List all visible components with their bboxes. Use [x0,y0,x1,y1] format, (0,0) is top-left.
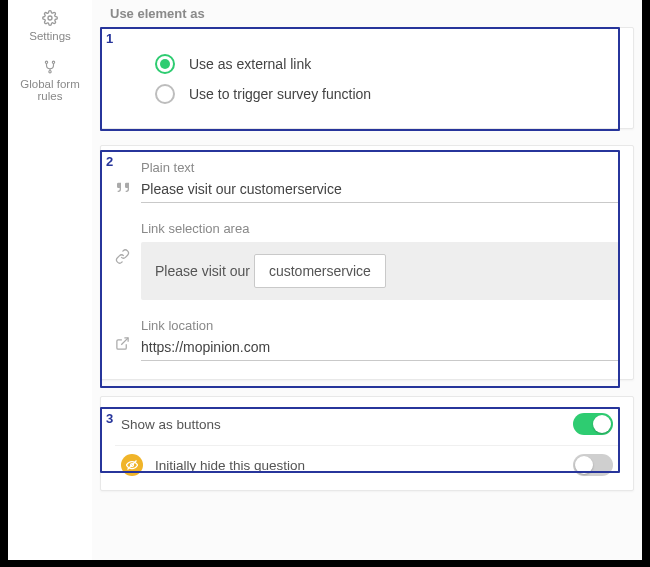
plain-text-input[interactable] [141,177,619,203]
link-location-input[interactable] [141,335,619,361]
sidebar-label: Settings [29,30,71,42]
radio-label: Use as external link [189,56,311,72]
link-icon [115,221,141,268]
field-label: Link location [141,318,619,333]
toggle-label: Initially hide this question [155,458,305,473]
svg-point-0 [48,16,52,20]
radio-icon [155,54,175,74]
radio-group-use-element-as: Use as external link Use to trigger surv… [115,46,619,116]
toggle-row-show-as-buttons: Show as buttons [115,405,619,443]
field-link-location: Link location [115,318,619,361]
link-selection-prefix: Please visit our [155,263,250,279]
card-link-settings: Plain text Link selection area Please vi… [100,145,634,380]
link-selection-word[interactable]: customerservice [254,254,386,288]
link-selection-area[interactable]: Please visit our customerservice [141,242,619,300]
toggle-row-initially-hide: Initially hide this question [115,445,619,484]
main-panel: Use element as Use as external link Use … [92,0,642,560]
branch-icon [8,60,92,76]
radio-icon [155,84,175,104]
sidebar-label: Global form rules [20,78,79,102]
sidebar-item-settings[interactable]: Settings [8,6,92,56]
field-label: Plain text [141,160,619,175]
svg-point-1 [45,61,47,63]
radio-option-trigger-survey[interactable]: Use to trigger survey function [155,84,619,104]
quote-icon [115,160,141,198]
svg-line-4 [121,338,128,345]
sidebar: Settings Global form rules [8,0,92,560]
toggle-show-as-buttons[interactable] [573,413,613,435]
card-toggles: Show as buttons Initially hide this ques… [100,396,634,491]
external-link-icon [115,318,141,355]
radio-option-external-link[interactable]: Use as external link [155,54,619,74]
gear-icon [8,10,92,28]
svg-point-3 [49,71,51,73]
field-label: Link selection area [141,221,619,236]
svg-point-2 [52,61,54,63]
section-title-use-element-as: Use element as [100,0,634,27]
card-use-element-as: Use as external link Use to trigger surv… [100,27,634,129]
field-link-selection: Link selection area Please visit our cus… [115,221,619,300]
eye-off-icon [121,454,143,476]
toggle-label: Show as buttons [121,417,221,432]
toggle-initially-hide[interactable] [573,454,613,476]
field-plain-text: Plain text [115,160,619,203]
radio-label: Use to trigger survey function [189,86,371,102]
sidebar-item-global-form-rules[interactable]: Global form rules [8,56,92,116]
